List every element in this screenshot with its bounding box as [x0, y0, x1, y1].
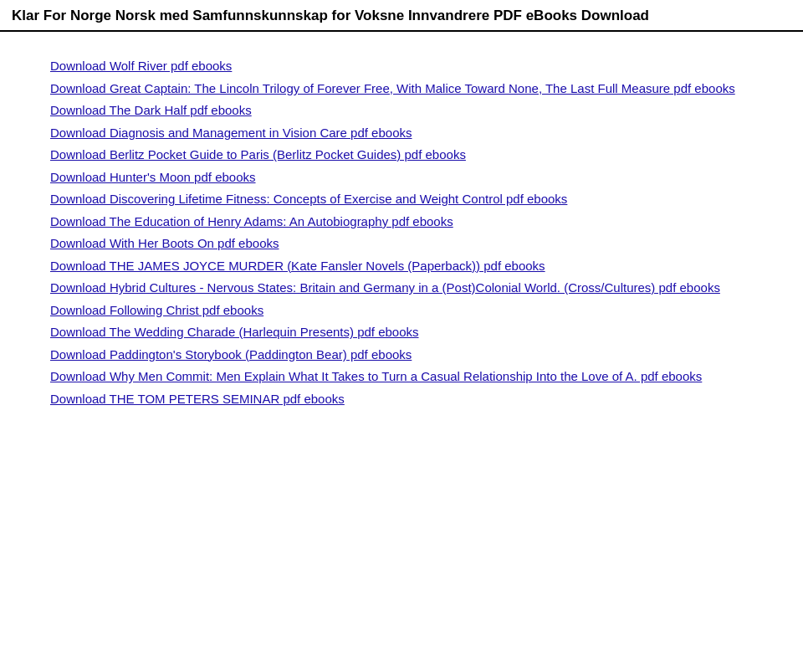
list-item: Download Discovering Lifetime Fitness: C…: [50, 190, 753, 209]
download-link-13[interactable]: Download The Wedding Charade (Harlequin …: [50, 325, 419, 339]
list-item: Download Why Men Commit: Men Explain Wha…: [50, 367, 753, 387]
download-link-11[interactable]: Download Hybrid Cultures - Nervous State…: [50, 280, 720, 295]
download-link-9[interactable]: Download With Her Boots On pdf ebooks: [50, 236, 279, 250]
download-link-1[interactable]: Download Wolf River pdf ebooks: [50, 59, 232, 73]
download-link-16[interactable]: Download THE TOM PETERS SEMINAR pdf eboo…: [50, 392, 345, 406]
list-item: Download Hybrid Cultures - Nervous State…: [50, 279, 753, 298]
download-link-2[interactable]: Download Great Captain: The Lincoln Tril…: [50, 81, 735, 95]
download-link-6[interactable]: Download Hunter's Moon pdf ebooks: [50, 170, 256, 184]
list-item: Download Hunter's Moon pdf ebooks: [50, 168, 753, 187]
list-item: Download Paddington's Storybook (Padding…: [50, 346, 753, 365]
download-link-15[interactable]: Download Why Men Commit: Men Explain Wha…: [50, 369, 702, 383]
download-link-12[interactable]: Download Following Christ pdf ebooks: [50, 303, 263, 317]
download-link-7[interactable]: Download Discovering Lifetime Fitness: C…: [50, 192, 567, 206]
page-header: Klar For Norge Norsk med Samfunnskunnska…: [0, 0, 803, 32]
list-item: Download The Education of Henry Adams: A…: [50, 213, 753, 232]
download-link-4[interactable]: Download Diagnosis and Management in Vis…: [50, 126, 412, 140]
download-link-3[interactable]: Download The Dark Half pdf ebooks: [50, 103, 252, 117]
list-item: Download Following Christ pdf ebooks: [50, 301, 753, 321]
link-list: Download Wolf River pdf ebooksDownload G…: [50, 57, 753, 408]
download-link-10[interactable]: Download THE JAMES JOYCE MURDER (Kate Fa…: [50, 259, 545, 273]
list-item: Download The Wedding Charade (Harlequin …: [50, 323, 753, 342]
download-link-5[interactable]: Download Berlitz Pocket Guide to Paris (…: [50, 147, 466, 162]
list-item: Download THE JAMES JOYCE MURDER (Kate Fa…: [50, 257, 753, 276]
download-link-8[interactable]: Download The Education of Henry Adams: A…: [50, 214, 453, 228]
list-item: Download THE TOM PETERS SEMINAR pdf eboo…: [50, 390, 753, 409]
download-link-14[interactable]: Download Paddington's Storybook (Padding…: [50, 347, 412, 362]
page-content: Download Wolf River pdf ebooksDownload G…: [0, 32, 803, 437]
page-title: Klar For Norge Norsk med Samfunnskunnska…: [12, 7, 791, 25]
list-item: Download Wolf River pdf ebooks: [50, 57, 753, 76]
list-item: Download The Dark Half pdf ebooks: [50, 101, 753, 121]
list-item: Download With Her Boots On pdf ebooks: [50, 234, 753, 254]
list-item: Download Diagnosis and Management in Vis…: [50, 124, 753, 143]
list-item: Download Berlitz Pocket Guide to Paris (…: [50, 146, 753, 165]
list-item: Download Great Captain: The Lincoln Tril…: [50, 80, 753, 99]
